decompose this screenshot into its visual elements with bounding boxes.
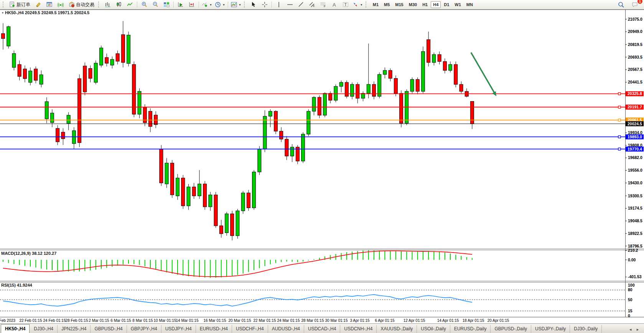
chart-tab[interactable]: JPN225-,H4 — [58, 325, 91, 333]
timeframe-m5[interactable]: M5 — [382, 1, 392, 8]
horizontal-line-button[interactable] — [285, 0, 295, 9]
chart-tab[interactable]: HK50-,H4 — [1, 324, 30, 333]
svg-text:E: E — [313, 5, 315, 7]
clock-icon — [215, 2, 221, 8]
text-a-icon: A — [331, 2, 338, 8]
time-tick: 14 Mar 01:15 — [176, 318, 199, 323]
timeframe-h4[interactable]: H4 — [431, 1, 441, 8]
chart-title: ▾ HK50-,H4 20249.5 20249.5 19971.5 20024… — [2, 10, 89, 15]
fibonacci-icon: F — [320, 2, 326, 8]
zoom-out-icon — [152, 2, 158, 8]
chart-tab[interactable]: DJ30-,Daily — [570, 325, 602, 333]
bar-chart-icon — [105, 2, 111, 8]
time-tick: 30 Mar 01:15 — [325, 318, 348, 323]
styler-button[interactable] — [33, 0, 44, 9]
chart-shift-button[interactable] — [186, 0, 197, 9]
vertical-line-button[interactable] — [273, 0, 284, 9]
new-order-button[interactable]: 新订单 — [7, 0, 33, 9]
toolbar-separator — [137, 2, 137, 8]
chart-tab[interactable]: GBPUSD-,H4 — [91, 325, 127, 333]
zoom-out-button[interactable] — [150, 0, 161, 9]
cursor-icon — [250, 2, 257, 8]
search-button[interactable] — [616, 0, 626, 9]
chart-tab[interactable]: AUDUSD-,H4 — [268, 325, 304, 333]
chart-tab[interactable]: EURUSD-,H4 — [196, 325, 232, 333]
chart-tab[interactable]: USDJPY-,Daily — [531, 325, 570, 333]
signal-button[interactable] — [55, 0, 66, 9]
notifications-button[interactable]: 1 — [629, 0, 640, 9]
tab-scroll-left-icon[interactable]: ◄ — [629, 328, 632, 331]
timeframe-w1[interactable]: W1 — [452, 1, 463, 8]
chart-tab[interactable]: USOil-,Daily — [417, 325, 450, 333]
autotrading-label: 自动交易 — [76, 2, 94, 8]
new-order-label: 新订单 — [16, 2, 30, 8]
channel-icon: E — [309, 2, 315, 8]
text-label-button[interactable]: T — [340, 0, 351, 9]
cursor-button[interactable] — [248, 0, 259, 9]
price-tick: 19556.0 — [628, 168, 642, 172]
templates-icon — [231, 2, 237, 8]
rsi-tick: 0 — [628, 313, 630, 318]
fibonacci-button[interactable]: F — [318, 0, 329, 9]
chart-canvas[interactable]: 21075.020949.020819.520693.520567.520441… — [0, 10, 644, 324]
zoom-in-icon — [141, 2, 147, 8]
text-button[interactable]: A — [329, 0, 340, 9]
chart-window-button[interactable] — [44, 0, 55, 9]
macd-tick: 0.00 — [628, 258, 636, 262]
toolbar-separator — [173, 2, 174, 8]
arrows-button[interactable]: ▼ — [351, 0, 364, 9]
toolbar-grip — [98, 2, 101, 8]
time-tick: 24 Feb 01:15 — [43, 318, 66, 323]
auto-scroll-button[interactable] — [175, 0, 186, 9]
time-tick: 20 Apr 01:15 — [488, 318, 509, 323]
chart-tab[interactable]: EURUSD-,Daily — [450, 325, 491, 333]
rsi-tick: 80 — [628, 287, 632, 292]
toolbar-separator — [228, 2, 228, 8]
tab-scroll-right-icon[interactable]: ► — [636, 328, 639, 331]
dropdown-caret: ▼ — [209, 3, 212, 6]
price-tick: 19048.5 — [628, 218, 642, 223]
line-chart-button[interactable] — [125, 0, 135, 9]
time-tick: 20 Feb 2023 — [0, 318, 16, 323]
trendline-button[interactable] — [296, 0, 306, 9]
candles-layer — [2, 21, 474, 240]
chart-tab[interactable]: USDJPY-,H4 — [161, 325, 196, 333]
chart-tab[interactable]: GBPUSD-,Daily — [491, 325, 531, 333]
candlestick-button[interactable] — [114, 0, 124, 9]
price-tick: 20819.5 — [628, 42, 642, 47]
chart-tab[interactable]: USDCAD-,H4 — [304, 325, 340, 333]
indicators-icon — [202, 2, 208, 8]
timeframe-d1[interactable]: D1 — [441, 1, 451, 8]
periods-button[interactable]: ▼ — [214, 0, 226, 9]
timeframe-m30[interactable]: M30 — [407, 1, 419, 8]
time-tick: 8 Mar 01:15 — [132, 318, 153, 323]
level-price-tag: 20191.7 — [628, 105, 642, 109]
chart-tab[interactable]: USDCHF-,H4 — [232, 325, 268, 333]
text-label-icon: T — [343, 2, 349, 8]
zoom-in-button[interactable] — [139, 0, 150, 9]
macd-label: MACD(12,26,9) 38.12 120.27 — [1, 251, 56, 256]
timeframe-m15[interactable]: M15 — [393, 1, 405, 8]
chart-tab[interactable]: DJ30-,H4 — [30, 325, 58, 333]
timeframe-h1[interactable]: H1 — [420, 1, 430, 8]
time-tick: 6 Mar 01:15 — [110, 318, 131, 323]
chart-tab[interactable]: USDCNH-,H4 — [340, 325, 377, 333]
trend-arrow-annotation — [471, 52, 496, 96]
dropdown-caret: ▼ — [239, 3, 241, 6]
chart-tab[interactable]: GBPJPY-,H4 — [127, 325, 161, 333]
templates-button[interactable]: ▼ — [230, 0, 242, 9]
channel-button[interactable]: E — [307, 0, 318, 9]
chart-tab[interactable]: XAUUSD-,Daily — [377, 325, 417, 333]
price-tick: 21075.0 — [628, 17, 642, 21]
crosshair-button[interactable] — [259, 0, 270, 9]
arrows-shapes-icon — [352, 2, 359, 8]
price-tick: 19300.5 — [628, 194, 642, 198]
time-tick: 18 Apr 01:15 — [463, 318, 484, 323]
bar-chart-button[interactable] — [102, 0, 113, 9]
vertical-line-icon — [276, 2, 282, 8]
timeframe-mn[interactable]: MN — [464, 1, 475, 8]
indicators-button[interactable]: ▼ — [201, 0, 213, 9]
tile-windows-button[interactable] — [161, 0, 172, 9]
timeframe-m1[interactable]: M1 — [371, 1, 381, 8]
autotrading-button[interactable]: 自动交易 — [66, 0, 97, 9]
